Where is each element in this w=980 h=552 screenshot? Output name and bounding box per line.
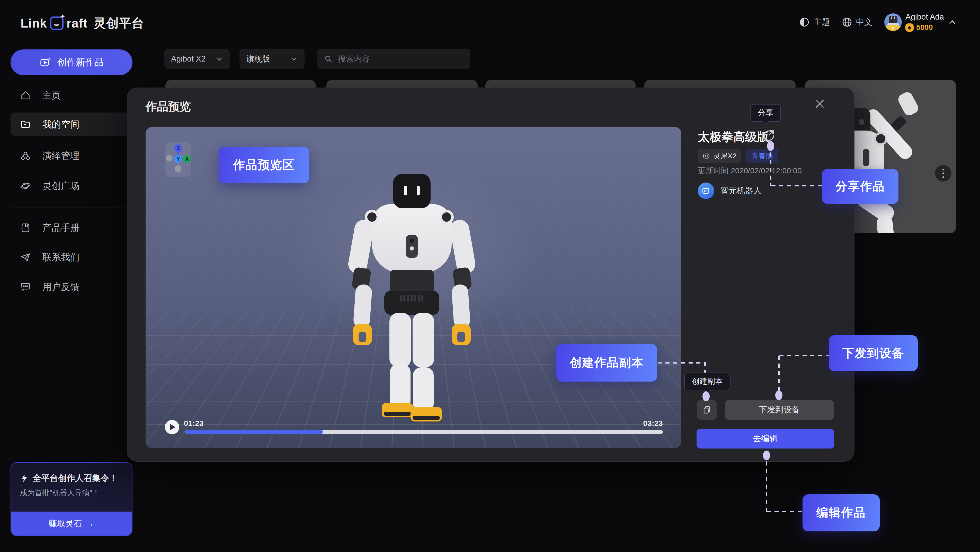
create-new-work-label: 创作新作品 <box>57 56 103 69</box>
total-time: 03:23 <box>643 419 663 428</box>
modal-title: 作品预览 <box>146 99 191 114</box>
robot-hand-left <box>353 324 372 345</box>
search-box <box>317 49 470 69</box>
edition-dropdown-value: 旗舰版 <box>246 54 270 64</box>
coin-icon: ◆ <box>905 24 914 32</box>
sidebar-item-home[interactable]: 主页 <box>11 84 132 107</box>
earn-gems-button[interactable]: 赚取灵石 → <box>11 512 132 536</box>
robot-shin-left <box>390 364 410 408</box>
axis-gizmo[interactable]: Z Y X <box>165 142 191 177</box>
sidebar-item-my-space[interactable]: 我的空间 <box>11 113 132 136</box>
connector-line <box>770 152 772 186</box>
go-edit-button[interactable]: 去编辑 <box>697 429 834 448</box>
connector-dot <box>767 141 774 151</box>
robot-raised-hand <box>896 90 920 117</box>
gizmo-handle-gray[interactable] <box>175 165 181 172</box>
logo-text-link: Link <box>21 16 47 30</box>
model-dropdown-value: Agibot X2 <box>171 54 205 64</box>
robot-shoulder <box>874 132 888 145</box>
promo-subtitle: 成为首批"机器人导演"！ <box>20 488 100 498</box>
chevron-down-icon <box>290 55 298 63</box>
play-button[interactable] <box>165 420 179 434</box>
connector-dot <box>702 391 710 401</box>
robot-foot-left <box>382 403 413 417</box>
robot-chest-camera <box>406 235 418 258</box>
robot-shoulder-right <box>439 210 454 224</box>
close-icon[interactable] <box>814 97 826 110</box>
create-new-work-button[interactable]: 创作新作品 <box>11 49 132 75</box>
model-tag-label: 灵犀X2 <box>713 151 737 161</box>
folder-icon <box>20 119 31 130</box>
robot-waist <box>390 270 434 294</box>
copy-tooltip: 创建副本 <box>684 373 730 390</box>
arrow-right-icon: → <box>86 519 94 528</box>
work-preview-modal: 作品预览 Z Y X <box>127 88 854 462</box>
sidebar-item-manual[interactable]: 产品手册 <box>11 216 132 240</box>
callout-share-work: 分享作品 <box>822 169 899 204</box>
callout-preview-area: 作品预览区 <box>219 147 309 183</box>
deploy-to-device-button[interactable]: 下发到设备 <box>725 400 834 420</box>
sidebar-item-label: 演绎管理 <box>43 150 80 162</box>
callout-edit-work: 编辑作品 <box>802 495 880 531</box>
sidebar-item-plaza[interactable]: 灵创广场 <box>11 174 132 198</box>
gizmo-z-handle[interactable]: Z <box>174 144 182 152</box>
app-logo: Linkraft 灵创平台 <box>21 15 144 32</box>
user-name: Agibot Ada <box>905 12 944 22</box>
robot-thigh-right <box>412 313 434 367</box>
top-header: Linkraft 灵创平台 主题 中文 v Ag <box>0 0 980 44</box>
connector-dot <box>775 390 783 400</box>
robot-shin <box>876 215 897 233</box>
language-label: 中文 <box>856 16 872 28</box>
connector-line <box>767 511 803 512</box>
sidebar-item-feedback[interactable]: 用户反馈 <box>11 275 132 299</box>
sidebar-item-performance[interactable]: 演绎管理 <box>11 144 132 168</box>
copy-icon <box>702 405 711 415</box>
user-credits: 5000 <box>916 23 933 32</box>
connector-line <box>778 356 780 391</box>
callout-deploy: 下发到设备 <box>829 335 918 371</box>
book-icon <box>20 222 31 233</box>
current-time: 01:23 <box>184 419 204 428</box>
robot-hand-right <box>452 324 471 345</box>
user-avatar: v <box>884 13 902 31</box>
connector-line <box>780 355 829 356</box>
logo-text-cn: 灵创平台 <box>94 15 144 32</box>
theme-toggle[interactable]: 主题 <box>799 16 830 28</box>
promo-title: 全平台创作人召集令！ <box>33 472 118 484</box>
robot-head <box>393 174 431 208</box>
user-menu[interactable]: v Agibot Ada ◆ 5000 <box>884 12 957 32</box>
author-row: 智元机器人 <box>698 183 762 199</box>
chevron-down-icon <box>216 55 223 63</box>
logo-text-craft: raft <box>67 16 88 30</box>
language-switcher[interactable]: 中文 <box>842 16 872 28</box>
video-plus-icon <box>39 56 51 68</box>
gizmo-x-handle[interactable]: X <box>183 155 191 163</box>
gizmo-handle-gray[interactable] <box>166 155 173 161</box>
edition-dropdown[interactable]: 旗舰版 <box>239 49 305 69</box>
app-root: Linkraft 灵创平台 主题 中文 v Ag <box>0 0 980 552</box>
work-tags: 灵犀X2 青春版 <box>698 149 778 163</box>
sidebar-item-label: 主页 <box>43 89 61 102</box>
model-dropdown[interactable]: Agibot X2 <box>164 49 230 69</box>
paper-plane-icon <box>20 252 31 263</box>
chat-bubble-icon <box>20 281 31 293</box>
gizmo-y-handle[interactable]: Y <box>174 155 182 163</box>
progress-bar[interactable] <box>185 430 663 434</box>
progress-fill <box>185 430 323 434</box>
work-title: 太极拳高级版 <box>698 129 769 145</box>
connector-line <box>704 362 706 373</box>
share-icon[interactable] <box>762 128 775 142</box>
copy-work-button[interactable] <box>697 400 717 420</box>
sidebar-item-label: 用户反馈 <box>43 281 80 294</box>
home-icon <box>20 90 31 101</box>
connector-dot <box>763 451 770 460</box>
robot-thigh-left <box>390 313 411 367</box>
chevron-up-icon <box>948 18 957 27</box>
group-icon <box>20 150 31 161</box>
sidebar-item-label: 我的空间 <box>43 118 80 131</box>
promo-card: 全平台创作人召集令！ 成为首批"机器人导演"！ 赚取灵石 → <box>11 462 132 536</box>
robot-forearm-right <box>451 284 471 328</box>
sidebar-item-contact[interactable]: 联系我们 <box>11 246 132 269</box>
card-menu-button[interactable] <box>935 165 951 182</box>
search-input[interactable] <box>338 54 463 64</box>
